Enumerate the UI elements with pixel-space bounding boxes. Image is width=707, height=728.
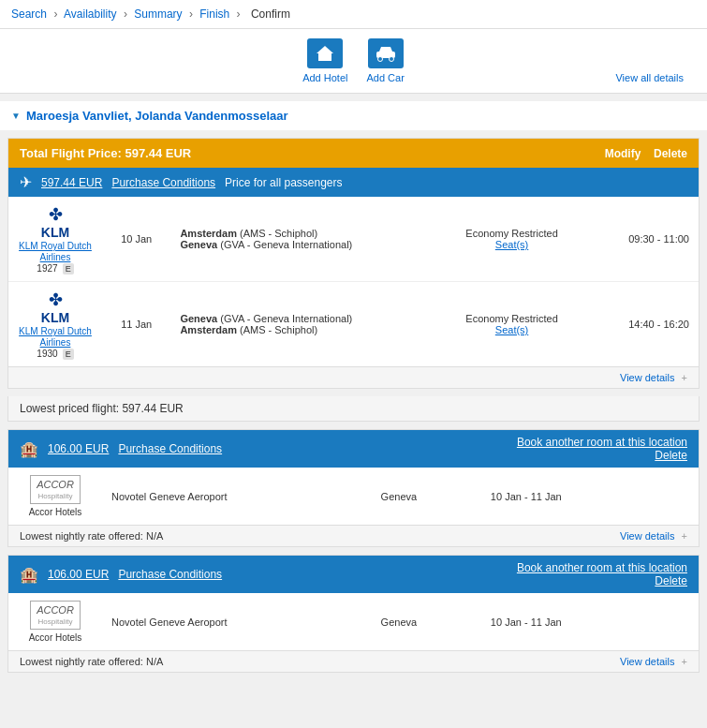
flight-table: ✤ KLM KLM Royal Dutch Airlines 1927 E 10… [8, 197, 699, 366]
flight-number-1: 1927 [37, 263, 57, 274]
hotel-dates-cell-1: 10 Jan - 11 Jan [481, 468, 661, 525]
add-car-button[interactable]: Add Car [366, 38, 404, 83]
hotel-sub-header-right-1: Book another room at this location Delet… [517, 436, 687, 462]
accor-sub-2: Hospitality [38, 617, 73, 626]
hotel-view-details-2: View details + [620, 656, 687, 667]
from-city-2: Geneva (GVA - Geneva International) [180, 313, 425, 324]
flight-card-footer: View details + [8, 366, 699, 388]
svg-rect-1 [322, 56, 328, 61]
cabin-class-2: Economy Restricted [445, 313, 580, 324]
accor-brand-2: ACCOR [37, 604, 74, 616]
hotel-table-1: ACCOR Hospitality Accor Hotels Novotel G… [8, 468, 699, 525]
class-badge-1: E [63, 263, 74, 275]
lowest-price-bar: Lowest priced flight: 597.44 EUR [7, 396, 700, 422]
hotel-name-cell-2: Novotel Geneve Aeroport [102, 593, 372, 650]
expand-hotel-icon-1: + [682, 530, 687, 542]
hotel-city-cell-2: Geneva [372, 593, 481, 650]
add-hotel-button[interactable]: Add Hotel [302, 38, 347, 83]
hotel-extra-cell-2 [661, 593, 699, 650]
delete-hotel-link-2[interactable]: Delete [517, 574, 687, 587]
flight-total-price: Total Flight Price: 597.44 EUR [20, 146, 191, 160]
svg-point-4 [377, 57, 382, 62]
hotel-row-1: ACCOR Hospitality Accor Hotels Novotel G… [8, 468, 699, 525]
airline-name-link-1[interactable]: KLM Royal Dutch Airlines [19, 241, 92, 262]
modify-flight-link[interactable]: Modify [605, 147, 641, 160]
delete-hotel-link-1[interactable]: Delete [517, 449, 687, 462]
accor-brand-1: ACCOR [37, 479, 74, 490]
book-another-room-link-2[interactable]: Book another room at this location [517, 561, 687, 574]
hotel-name-cell-1: Novotel Geneve Aeroport [102, 468, 372, 525]
hotel-sub-header-2: 🏨 106.00 EUR Purchase Conditions Book an… [8, 556, 699, 593]
view-hotel-details-link-2[interactable]: View details [620, 656, 675, 667]
svg-marker-3 [379, 47, 392, 52]
hotel-card-1: 🏨 106.00 EUR Purchase Conditions Book an… [7, 429, 700, 547]
car-icon [368, 38, 404, 68]
time-cell-1: 09:30 - 11:00 [589, 197, 699, 282]
seats-link-2[interactable]: Seat(s) [495, 324, 528, 335]
flight-card: Total Flight Price: 597.44 EUR Modify De… [7, 138, 700, 389]
hotel-row-2: ACCOR Hospitality Accor Hotels Novotel G… [8, 593, 699, 650]
hotel-lowest-1: Lowest nightly rate offered: N/A View de… [8, 525, 699, 546]
top-actions-bar: Add Hotel Add Car View all details [0, 29, 707, 94]
to-city-2: Amsterdam (AMS - Schiphol) [180, 324, 425, 335]
view-hotel-details-link-1[interactable]: View details [620, 530, 675, 542]
time-cell-2: 14:40 - 16:20 [589, 282, 699, 367]
klm-brand: KLM [41, 225, 69, 240]
accor-logo-cell-1: ACCOR Hospitality Accor Hotels [8, 468, 102, 525]
flight-price-link[interactable]: 597.44 EUR [41, 176, 102, 189]
cabin-class-1: Economy Restricted [445, 228, 580, 239]
expand-icon: + [682, 372, 687, 383]
from-city-1: Amsterdam (AMS - Schiphol) [180, 228, 425, 239]
klm-crown-icon: ✤ [49, 204, 63, 225]
lowest-rate-label-1: Lowest nightly rate offered: N/A [20, 530, 163, 542]
accor-sub-1: Hospitality [38, 492, 73, 500]
hotel-city-cell-1: Geneva [372, 468, 481, 525]
svg-point-5 [389, 57, 393, 62]
breadcrumb-finish[interactable]: Finish [199, 7, 229, 21]
breadcrumb-search[interactable]: Search [11, 7, 47, 21]
flight-price-for-all: Price for all passengers [225, 176, 342, 189]
seats-link-1[interactable]: Seat(s) [495, 239, 528, 250]
hotel-price-link-1[interactable]: 106.00 EUR [48, 442, 109, 455]
flight-row-2: ✤ KLM KLM Royal Dutch Airlines 1930 E 11… [8, 282, 699, 367]
hotel-price-link-2[interactable]: 106.00 EUR [48, 568, 109, 581]
hotel-sub-header-1: 🏨 106.00 EUR Purchase Conditions Book an… [8, 430, 699, 468]
breadcrumb-availability[interactable]: Availability [64, 7, 116, 21]
klm-logo-2: ✤ KLM [18, 290, 93, 325]
flight-sub-header: ✈ 597.44 EUR Purchase Conditions Price f… [8, 168, 699, 197]
hotel-purchase-conditions-link-2[interactable]: Purchase Conditions [118, 568, 222, 581]
passenger-header: ▼ Maroesja Vanvliet, Jolanda Vandenmosse… [0, 101, 707, 130]
collapse-triangle-icon[interactable]: ▼ [11, 111, 21, 121]
hotel-table-2: ACCOR Hospitality Accor Hotels Novotel G… [8, 593, 699, 650]
flight-card-header: Total Flight Price: 597.44 EUR Modify De… [8, 139, 699, 168]
view-all-details-link[interactable]: View all details [615, 72, 684, 83]
breadcrumb-confirm: Confirm [251, 7, 290, 21]
hotel-card-2: 🏨 106.00 EUR Purchase Conditions Book an… [7, 555, 700, 673]
hotel-lowest-2: Lowest nightly rate offered: N/A View de… [8, 650, 699, 672]
route-cell-1: Amsterdam (AMS - Schiphol) Geneva (GVA -… [170, 197, 435, 282]
delete-flight-link[interactable]: Delete [654, 147, 687, 160]
seat-cell-1: Economy Restricted Seat(s) [435, 197, 589, 282]
hotel-sub-header-right-2: Book another room at this location Delet… [517, 561, 687, 587]
book-another-room-link-1[interactable]: Book another room at this location [517, 436, 687, 449]
view-flight-details-link[interactable]: View details [620, 372, 675, 383]
route-cell-2: Geneva (GVA - Geneva International) Amst… [170, 282, 435, 367]
klm-crown-icon-2: ✤ [49, 290, 63, 310]
airline-cell-2: ✤ KLM KLM Royal Dutch Airlines 1930 E [8, 282, 102, 367]
passenger-name-link[interactable]: Maroesja Vanvliet, Jolanda Vandenmossela… [26, 109, 288, 123]
hotel-icon-1: 🏨 [20, 440, 38, 458]
hotel-view-details-1: View details + [620, 530, 687, 542]
airline-name-link-2[interactable]: KLM Royal Dutch Airlines [19, 326, 92, 348]
breadcrumb-summary[interactable]: Summary [134, 7, 182, 21]
class-badge-2: E [63, 349, 74, 360]
expand-hotel-icon-2: + [682, 656, 687, 667]
add-hotel-label: Add Hotel [302, 72, 347, 83]
hotel-sub-header-left-2: 🏨 106.00 EUR Purchase Conditions [20, 566, 222, 584]
hotel-provider-1: Accor Hotels [18, 507, 93, 517]
plane-icon: ✈ [20, 173, 32, 191]
lowest-rate-label-2: Lowest nightly rate offered: N/A [20, 656, 163, 667]
passenger-section: ▼ Maroesja Vanvliet, Jolanda Vandenmosse… [0, 101, 707, 130]
flight-purchase-conditions-link[interactable]: Purchase Conditions [111, 176, 215, 189]
hotel-purchase-conditions-link-1[interactable]: Purchase Conditions [118, 442, 222, 455]
lowest-flight-price: Lowest priced flight: 597.44 EUR [20, 402, 184, 415]
